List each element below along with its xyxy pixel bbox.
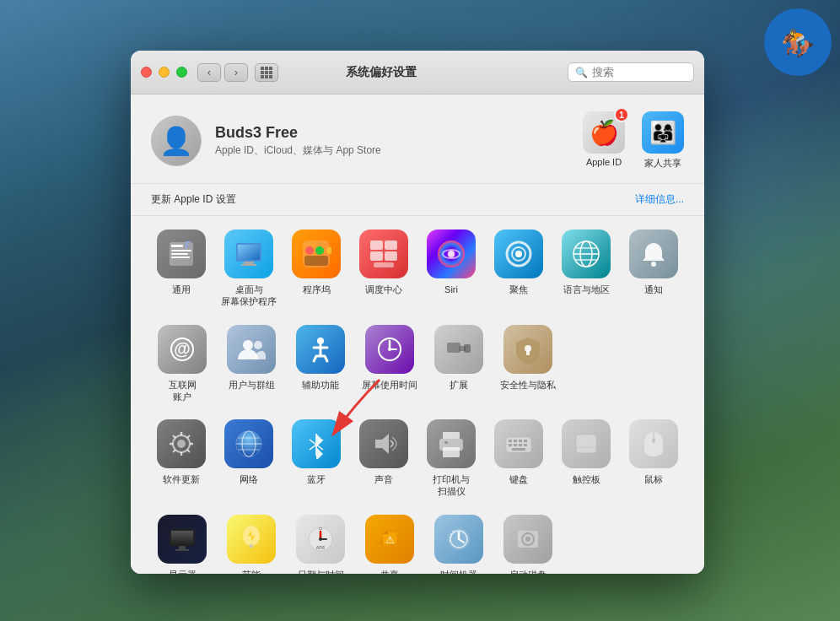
display-label: 显示器 [169,569,197,574]
svg-text:F: F [185,240,191,251]
pref-access[interactable]: 辅助功能 [286,325,355,403]
pref-mouse[interactable]: 鼠标 [620,419,687,498]
logo-watermark: 🏇 [764,8,832,76]
mouse-icon [629,419,678,468]
svg-point-43 [388,348,391,351]
pref-datetime[interactable]: APR 12 日期与时间 [286,515,355,574]
sound-label: 声音 [374,473,393,485]
pref-users[interactable]: 用户与群组 [217,325,286,403]
svg-point-16 [315,246,324,255]
lang-label: 语言与地区 [563,284,610,295]
svg-rect-82 [519,444,522,446]
keyboard-label: 键盘 [509,473,528,485]
minimize-button[interactable] [159,67,170,78]
family-sharing-icon: 👨‍👩‍👧 [642,111,684,154]
search-box[interactable]: 🔍 [568,62,694,82]
svg-text:APR: APR [316,545,326,550]
startup-icon [503,515,552,564]
pref-focus[interactable]: 聚焦 [485,230,552,308]
pref-desktop[interactable]: 桌面与屏幕保护程序 [215,230,283,308]
pref-sound[interactable]: 声音 [350,419,417,498]
pref-timemachine[interactable]: 时间机器 [424,515,493,574]
svg-point-99 [319,537,322,541]
pref-row-3: 软件更新 [148,419,687,498]
svg-point-25 [448,251,455,257]
pref-energy[interactable]: 节能 [217,515,286,574]
svg-rect-19 [385,240,397,250]
network-icon [224,419,273,468]
search-icon: 🔍 [575,67,588,78]
close-button[interactable] [141,67,152,78]
siri-icon [427,230,476,278]
pref-extension[interactable]: 扩展 [424,325,493,403]
svg-rect-3 [171,245,183,247]
svg-rect-12 [241,264,256,266]
svg-rect-11 [244,262,254,264]
pref-software[interactable]: 软件更新 [148,419,215,498]
pref-general[interactable]: F 通用 [148,230,215,308]
software-label: 软件更新 [163,473,200,485]
sound-icon [359,419,408,468]
pref-printer[interactable]: 打印机与扫描仪 [417,419,485,498]
search-input[interactable] [592,66,685,78]
pref-network[interactable]: 网络 [215,419,283,498]
svg-rect-73 [443,447,460,457]
trackpad-label: 触控板 [573,473,600,485]
apple-id-action[interactable]: 🍎 1 Apple ID [583,111,625,170]
svg-rect-84 [512,448,525,451]
svg-rect-91 [171,531,193,544]
pref-bluetooth[interactable]: 蓝牙 [283,419,350,498]
svg-rect-83 [524,444,527,446]
svg-rect-22 [374,262,394,267]
pref-row-4: 显示器 节能 APR 12 日期与时间 [148,515,687,574]
svg-rect-18 [370,240,383,250]
pref-security[interactable]: 安全性与隐私 [493,325,563,403]
svg-rect-21 [385,251,397,261]
update-link[interactable]: 详细信息... [635,192,684,207]
maximize-button[interactable] [176,67,187,78]
svg-point-34 [651,262,656,267]
startup-label: 启动磁盘 [509,569,547,574]
pref-screentime[interactable]: 屏幕使用时间 [355,325,424,403]
pref-dock[interactable]: 程序坞 [283,230,350,308]
svg-rect-77 [514,440,517,442]
svg-rect-14 [304,256,328,266]
pref-sharing[interactable]: ⚠ 共享 [355,515,424,574]
pref-internet[interactable]: @ 互联网账户 [148,325,217,403]
timemachine-label: 时间机器 [440,569,477,574]
notif-label: 通知 [644,284,663,295]
svg-text:🏇: 🏇 [781,27,815,59]
bluetooth-icon [292,419,341,468]
energy-label: 节能 [242,569,261,574]
screentime-icon [365,325,414,374]
pref-siri[interactable]: Siri [417,230,485,308]
pref-row-2: @ 互联网账户 用户与群组 辅助功能 [148,325,687,403]
pref-keyboard[interactable]: 键盘 [485,419,552,498]
desktop-icon [224,230,273,278]
internet-label: 互联网账户 [169,379,197,403]
family-sharing-label: 家人共享 [644,157,681,170]
family-sharing-action[interactable]: 👨‍👩‍👧 家人共享 [642,111,684,170]
prefs-grid: F 通用 桌面与屏幕保护程序 程序坞 [131,216,704,574]
extension-icon [434,325,483,374]
pref-notif[interactable]: 通知 [620,230,687,308]
bluetooth-label: 蓝牙 [307,473,326,485]
pref-lang[interactable]: 语言与地区 [552,230,620,308]
svg-text:⚠: ⚠ [385,534,395,546]
pref-startup[interactable]: 启动磁盘 [493,515,563,574]
pref-mission[interactable]: 调度中心 [350,230,417,308]
svg-rect-78 [519,440,522,442]
notification-badge: 1 [614,107,629,122]
extension-label: 扩展 [450,379,468,391]
apple-id-icon: 🍎 1 [583,111,625,154]
sharing-icon: ⚠ [365,515,414,564]
pref-display[interactable]: 显示器 [148,515,217,574]
system-preferences-window: ‹ › 系统偏好设置 🔍 👤 Buds3 Free Apple ID、iClou… [131,51,704,574]
printer-label: 打印机与扫描仪 [433,473,470,498]
sharing-label: 共享 [380,569,399,574]
siri-label: Siri [444,284,458,295]
avatar: 👤 [151,116,202,166]
dock-label: 程序坞 [303,284,331,295]
pref-trackpad[interactable]: 触控板 [552,419,620,498]
profile-section: 👤 Buds3 Free Apple ID、iCloud、媒体与 App Sto… [131,94,704,184]
